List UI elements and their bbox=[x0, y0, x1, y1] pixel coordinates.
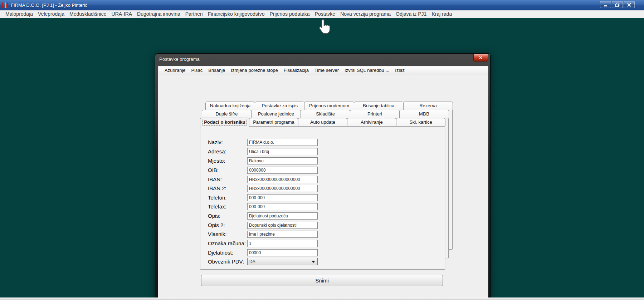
tab-row-front: Podaci o korisniku Parametri programa Au… bbox=[200, 118, 445, 126]
tab-skladiste[interactable]: Skladište bbox=[301, 110, 350, 118]
telefon-field[interactable] bbox=[247, 194, 318, 201]
form-row-iban: IBAN: bbox=[208, 176, 318, 183]
tab-naknadna-knjizenja[interactable]: Naknadna knjiženja bbox=[205, 102, 255, 110]
menu-kraj-rada[interactable]: Kraj rada bbox=[429, 10, 454, 18]
oib-label: OIB: bbox=[208, 167, 247, 173]
dialog-menu-izlaz[interactable]: Izlaz bbox=[392, 67, 408, 74]
iban2-label: IBAN 2: bbox=[208, 185, 247, 191]
tab-arhiviranje[interactable]: Arhiviranje bbox=[347, 118, 396, 126]
tab-row-middle: Duple šifre Poslovne jedinice Skladište … bbox=[202, 110, 449, 118]
telefon-label: Telefon: bbox=[208, 195, 247, 201]
menu-partneri[interactable]: Partneri bbox=[183, 10, 205, 18]
form-row-oib: OIB: bbox=[208, 166, 318, 174]
vlasnik-field[interactable] bbox=[247, 231, 318, 238]
form-row-telefax: Telefax: bbox=[208, 203, 318, 210]
form-row-naziv: Naziv: bbox=[208, 138, 318, 146]
tab-rezerva[interactable]: Rezerva bbox=[403, 102, 453, 110]
main-menubar: Maloprodaja Veleprodaja Međuskladišnice … bbox=[0, 10, 644, 18]
form-row-mjesto: Mjesto: bbox=[208, 157, 318, 164]
iban-field[interactable] bbox=[247, 176, 318, 183]
window-titlebar: FIRMA D.O.O. [PJ 1] - Željko Pinterić bbox=[0, 0, 644, 10]
form-row-obveznik-pdv: Obveznik PDV: DA bbox=[208, 258, 318, 265]
dialog-menu-izmjena-porezne-stope[interactable]: Izmjena porezne stope bbox=[228, 67, 281, 74]
opis2-label: Opis 2: bbox=[208, 222, 247, 228]
chevron-down-icon bbox=[312, 261, 315, 263]
opis-label: Opis: bbox=[208, 213, 247, 219]
oznaka-racuna-field[interactable] bbox=[247, 240, 318, 247]
close-button[interactable] bbox=[624, 1, 635, 8]
opis2-field[interactable] bbox=[247, 222, 318, 229]
hand-cursor-icon bbox=[318, 19, 331, 37]
iban-label: IBAN: bbox=[208, 176, 247, 182]
form-row-oznaka-racuna: Oznaka računa: bbox=[208, 240, 318, 247]
tab-poslovne-jedinice[interactable]: Poslovne jedinice bbox=[251, 110, 301, 118]
tab-prijenos-modemom[interactable]: Prijenos modemom bbox=[304, 102, 354, 110]
dropdown-selected-value: DA bbox=[249, 259, 255, 264]
dialog-menu-azuriranje[interactable]: Ažuriranje bbox=[162, 67, 189, 74]
oznaka-racuna-label: Oznaka računa: bbox=[208, 240, 247, 246]
mjesto-label: Mjesto: bbox=[208, 158, 247, 164]
form-row-iban2: IBAN 2: bbox=[208, 185, 318, 192]
tab-skl-kartice[interactable]: Skl. kartice bbox=[396, 118, 445, 126]
dialog-title: Postavke programa bbox=[159, 56, 200, 62]
naziv-label: Naziv: bbox=[208, 139, 247, 145]
opis-field[interactable] bbox=[247, 212, 318, 220]
form-row-telefon: Telefon: bbox=[208, 194, 318, 201]
dialog-client-area: Ažuriranje Pisač Brisanje Izmjena porezn… bbox=[158, 66, 488, 300]
form-row-opis2: Opis 2: bbox=[208, 221, 318, 229]
menu-maloprodaja[interactable]: Maloprodaja bbox=[3, 10, 35, 18]
menu-meduskladisnice[interactable]: Međuskladišnice bbox=[67, 10, 109, 18]
tab-duple-sifre[interactable]: Duple šifre bbox=[202, 110, 252, 118]
dialog-close-button[interactable]: ✕ bbox=[473, 54, 488, 62]
form-row-vlasnik: Vlasnik: bbox=[208, 230, 318, 238]
active-tab-label: Podaci o korisniku bbox=[203, 119, 247, 126]
dialog-menu-pisac[interactable]: Pisač bbox=[189, 67, 206, 74]
menu-postavke[interactable]: Postavke bbox=[312, 10, 338, 18]
tab-row-back: Naknadna knjiženja Postavke za ispis Pri… bbox=[205, 102, 453, 110]
menu-dugotrajna-imovina[interactable]: Dugotrajna imovina bbox=[135, 10, 183, 18]
menu-veleprodaja[interactable]: Veleprodaja bbox=[35, 10, 67, 18]
adresa-field[interactable] bbox=[247, 148, 318, 155]
oib-field[interactable] bbox=[247, 167, 318, 174]
dialog-menubar: Ažuriranje Pisač Brisanje Izmjena porezn… bbox=[158, 67, 488, 74]
iban2-field[interactable] bbox=[247, 185, 318, 192]
menu-prijenos-podataka[interactable]: Prijenos podataka bbox=[267, 10, 312, 18]
obveznik-pdv-label: Obveznik PDV: bbox=[208, 259, 247, 265]
tab-mdb[interactable]: MDB bbox=[399, 110, 449, 118]
tab-podaci-o-korisniku[interactable]: Podaci o korisniku bbox=[200, 118, 249, 127]
app-icon bbox=[2, 2, 8, 8]
vlasnik-label: Vlasnik: bbox=[208, 231, 247, 237]
telefax-label: Telefax: bbox=[208, 203, 247, 210]
dialog-menu-izvrsi-sql-naredbu[interactable]: Izvrši SQL naredbu ... bbox=[342, 67, 392, 74]
tab-parametri-programa[interactable]: Parametri programa bbox=[249, 118, 298, 126]
telefax-field[interactable] bbox=[247, 203, 318, 210]
menu-financijsko-knjigovodstvo[interactable]: Financijsko knjigovodstvo bbox=[205, 10, 267, 18]
dialog-menu-fiskalizacija[interactable]: Fiskalizacija bbox=[281, 67, 312, 74]
tab-printeri[interactable]: Printeri bbox=[350, 110, 400, 118]
tab-postavke-za-ispis[interactable]: Postavke za ispis bbox=[255, 102, 304, 110]
close-icon: ✕ bbox=[479, 55, 483, 60]
djelatnost-field[interactable] bbox=[247, 249, 318, 256]
window-bottom-edge bbox=[0, 297, 644, 300]
tab-auto-update[interactable]: Auto update bbox=[298, 118, 347, 126]
dialog-menu-time-server[interactable]: Time server bbox=[312, 67, 342, 74]
postavke-programa-dialog: Postavke programa ✕ Ažuriranje Pisač Bri… bbox=[155, 53, 491, 300]
form-row-adresa: Adresa: bbox=[208, 148, 318, 155]
menu-nova-verzija-programa[interactable]: Nova verzija programa bbox=[338, 10, 393, 18]
menu-odjava-iz-pj1[interactable]: Odjava iz PJ1 bbox=[393, 10, 429, 18]
djelatnost-label: Djelatnost: bbox=[208, 250, 247, 256]
window-title: FIRMA D.O.O. [PJ 1] - Željko Pinterić bbox=[11, 3, 87, 8]
obveznik-pdv-dropdown[interactable]: DA bbox=[247, 258, 318, 265]
menu-ura-ira[interactable]: URA-IRA bbox=[109, 10, 135, 18]
dialog-menu-brisanje[interactable]: Brisanje bbox=[205, 67, 228, 74]
adresa-label: Adresa: bbox=[208, 148, 247, 154]
application-window: FIRMA D.O.O. [PJ 1] - Željko Pinterić Ma… bbox=[0, 0, 644, 300]
naziv-field[interactable] bbox=[247, 139, 318, 146]
tab-brisanje-tablica[interactable]: Brisanje tablica bbox=[354, 102, 404, 110]
snimi-button[interactable]: Snimi bbox=[201, 275, 443, 286]
minimize-button[interactable] bbox=[600, 1, 611, 8]
restore-button[interactable] bbox=[612, 1, 623, 8]
mjesto-field[interactable] bbox=[247, 157, 318, 164]
form-row-djelatnost: Djelatnost: bbox=[208, 249, 318, 256]
window-controls bbox=[599, 1, 635, 8]
